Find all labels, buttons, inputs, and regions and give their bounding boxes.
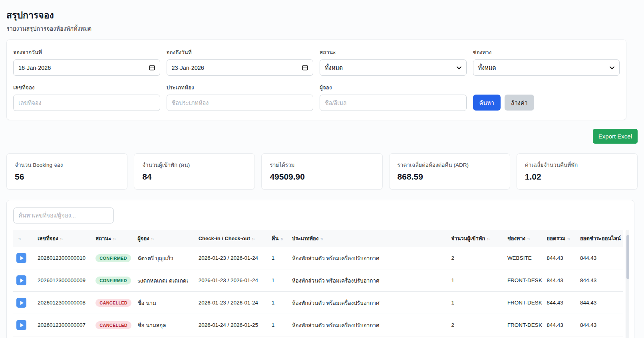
scrollbar-thumb[interactable] — [626, 235, 629, 279]
room-type-input-box[interactable] — [167, 95, 314, 111]
sort-icon[interactable]: ↑↓ — [567, 236, 570, 241]
guests-cell: 1 — [448, 292, 504, 314]
guests-cell: 2 — [448, 247, 504, 269]
stat-value: 56 — [15, 172, 119, 182]
dates-cell: 2026-01-23 / 2026-01-24 — [195, 247, 268, 269]
channel-cell: WEBSITE — [504, 247, 544, 269]
sort-icon[interactable]: ↑↓ — [113, 236, 115, 241]
table-row: 2026012300000007 CANCELLED ชื่อ นามสกุล … — [13, 314, 623, 336]
channel-selected-value: ทั้งหมด — [478, 63, 496, 72]
filter-booker: ผู้จอง — [320, 83, 467, 111]
booking-no-cell: 2026012300000006 — [34, 336, 92, 338]
room-type-cell: ห้องพักส่วนตัว พร้อมเครื่องปรับอากาศ — [289, 269, 448, 292]
filter-panel: จองจากวันที่ จองถึงวันที่ — [6, 40, 626, 120]
sort-icon[interactable]: ↑↓ — [280, 236, 283, 241]
date-from-value[interactable] — [18, 65, 146, 71]
date-to-value[interactable] — [172, 65, 299, 71]
column-channel[interactable]: ช่องทาง↑↓ — [504, 230, 544, 247]
sort-icon[interactable]: ↑↓ — [151, 236, 154, 241]
search-button[interactable]: ค้นหา — [473, 95, 501, 111]
column-checkin-checkout[interactable]: Check-in / Check-out↑↓ — [195, 230, 268, 247]
booking-no-input-box[interactable] — [13, 95, 160, 111]
nights-cell: 1 — [268, 336, 289, 338]
nights-cell: 1 — [268, 292, 289, 314]
booking-no-cell: 2026012300000010 — [34, 247, 92, 269]
nights-cell: 1 — [268, 269, 289, 292]
stat-label: ค่าเฉลี่ยจำนวนคืนที่พัก — [525, 160, 629, 169]
expand-row-button[interactable] — [16, 298, 26, 308]
dates-cell: 2026-01-23 / 2026-01-24 — [195, 269, 268, 292]
booker-cell: sdดกหดเกดเ ดเดเกดเ — [134, 269, 195, 292]
booking-summary-page: สรุปการจอง รายงานสรุปการจองห้องพักทั้งหม… — [0, 0, 644, 338]
column-status[interactable]: สถานะ↑↓ — [92, 230, 134, 247]
bookings-table-panel: ↑↓ เลขที่จอง↑↓ สถานะ↑↓ ผู้จอง↑↓ Check-in… — [6, 200, 634, 338]
bookings-table: ↑↓ เลขที่จอง↑↓ สถานะ↑↓ ผู้จอง↑↓ Check-in… — [13, 230, 623, 338]
column-total[interactable]: ยอดรวม↑↓ — [544, 230, 577, 247]
dates-cell: 2026-01-23 / 2026-01-24 — [195, 292, 268, 314]
sort-icon[interactable]: ↑↓ — [622, 236, 623, 241]
column-expand[interactable]: ↑↓ — [13, 230, 34, 247]
dates-cell: 2026-01-24 / 2026-01-25 — [195, 336, 268, 338]
table-row: 2026012300000010 CONFIRMED ฉัตรตรี บุญแก… — [13, 247, 623, 269]
booker-input[interactable] — [325, 100, 461, 106]
calendar-icon[interactable] — [302, 65, 308, 71]
channel-cell: FRONT-DESK — [504, 292, 544, 314]
page-title: สรุปการจอง — [6, 8, 626, 22]
column-room-type[interactable]: ประเภทห้อง↑↓ — [289, 230, 448, 247]
play-icon — [20, 323, 24, 327]
date-to-input[interactable] — [167, 59, 314, 76]
channel-cell: FRONT-DESK — [504, 314, 544, 336]
expand-row-button[interactable] — [16, 253, 26, 263]
total-cell: 844.43 — [544, 247, 577, 269]
booker-cell: ชื่อ นามสกุล — [134, 314, 195, 336]
nights-cell: 1 — [268, 314, 289, 336]
clear-button[interactable]: ล้างค่า — [505, 95, 534, 111]
calendar-icon[interactable] — [149, 65, 155, 71]
booker-input-box[interactable] — [320, 95, 467, 111]
room-type-label: ประเภทห้อง — [167, 83, 314, 92]
paid-online-cell: 844.43 — [577, 269, 623, 292]
stat-card-bookings: จำนวน Booking จอง 56 — [6, 153, 127, 190]
date-to-label: จองถึงวันที่ — [167, 48, 314, 57]
column-booking-no[interactable]: เลขที่จอง↑↓ — [34, 230, 92, 247]
booking-no-input[interactable] — [18, 100, 155, 106]
filter-date-to: จองถึงวันที่ — [167, 48, 314, 76]
guests-cell: 2 — [448, 314, 504, 336]
export-excel-button[interactable]: Export Excel — [593, 129, 638, 144]
booker-label: ผู้จอง — [320, 83, 467, 92]
stat-label: จำนวน Booking จอง — [15, 160, 119, 169]
table-vertical-scrollbar[interactable] — [626, 230, 629, 338]
sort-icon[interactable]: ↑↓ — [252, 236, 254, 241]
expand-row-button[interactable] — [16, 275, 26, 285]
stat-card-avg-nights: ค่าเฉลี่ยจำนวนคืนที่พัก 1.02 — [517, 153, 638, 190]
bookings-table-wrap: ↑↓ เลขที่จอง↑↓ สถานะ↑↓ ผู้จอง↑↓ Check-in… — [13, 230, 628, 338]
date-from-label: จองจากวันที่ — [13, 48, 160, 57]
stat-card-adr: ราคาเฉลี่ยต่อห้องต่อคืน (ADR) 868.59 — [389, 153, 510, 190]
column-nights[interactable]: คืน↑↓ — [268, 230, 289, 247]
column-paid-online[interactable]: ยอดชำระออนไลน์↑↓ — [577, 230, 623, 247]
stat-card-guests: จำนวนผู้เข้าพัก (คน) 84 — [134, 153, 255, 190]
chevron-down-icon — [457, 66, 461, 69]
table-search-input[interactable] — [13, 208, 114, 223]
export-toolbar: Export Excel — [6, 129, 638, 144]
status-select[interactable]: ทั้งหมด — [320, 59, 467, 76]
sort-icon[interactable]: ↑↓ — [320, 236, 323, 241]
page-header: สรุปการจอง รายงานสรุปการจองห้องพักทั้งหม… — [6, 8, 626, 33]
sort-icon[interactable]: ↑↓ — [60, 236, 63, 241]
channel-select[interactable]: ทั้งหมด — [473, 59, 620, 76]
column-guests[interactable]: จำนวนผู้เข้าพัก↑↓ — [448, 230, 504, 247]
sort-icon[interactable]: ↑↓ — [487, 236, 489, 241]
room-type-input[interactable] — [172, 100, 308, 106]
booking-no-label: เลขที่จอง — [13, 83, 160, 92]
stat-value: 1.02 — [525, 172, 629, 182]
status-badge: CANCELLED — [95, 321, 131, 329]
column-booker[interactable]: ผู้จอง↑↓ — [134, 230, 195, 247]
status-badge: CONFIRMED — [95, 277, 131, 285]
stat-card-revenue: รายได้รวม 49509.90 — [261, 153, 382, 190]
date-from-input[interactable] — [13, 59, 160, 76]
table-row: 2026012300000006 CANCELLED ชื่อ นามสกล 2… — [13, 336, 623, 338]
sort-icon[interactable]: ↑↓ — [527, 236, 530, 241]
expand-row-button[interactable] — [16, 320, 26, 330]
sort-icon[interactable]: ↑↓ — [18, 236, 21, 241]
channel-label: ช่องทาง — [473, 48, 620, 57]
